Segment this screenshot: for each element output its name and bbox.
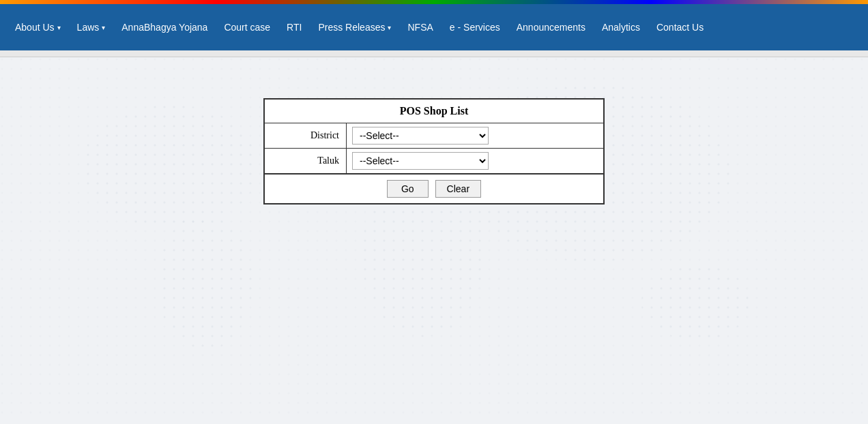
nav-item-about-us[interactable]: About Us ▾ bbox=[7, 16, 69, 38]
nav-label-about-us: About Us bbox=[15, 22, 55, 33]
nav-item-press-releases[interactable]: Press Releases ▾ bbox=[310, 16, 399, 38]
district-label: District bbox=[265, 123, 347, 148]
chevron-down-icon: ▾ bbox=[388, 24, 391, 31]
svg-point-1 bbox=[82, 105, 259, 228]
nav-item-annabhagya[interactable]: AnnaBhagya Yojana bbox=[113, 16, 216, 38]
nav-item-nfsa[interactable]: NFSA bbox=[399, 16, 441, 38]
nav-item-court-case[interactable]: Court case bbox=[216, 16, 278, 38]
nav-item-laws[interactable]: Laws ▾ bbox=[69, 16, 114, 38]
taluk-label: Taluk bbox=[265, 149, 347, 173]
nav-label-court-case: Court case bbox=[224, 22, 270, 33]
nav-label-nfsa: NFSA bbox=[407, 22, 433, 33]
nav-label-rti: RTI bbox=[287, 22, 302, 33]
svg-point-2 bbox=[157, 214, 252, 350]
nav-item-analytics[interactable]: Analytics bbox=[594, 16, 648, 38]
nav-item-contact-us[interactable]: Contact Us bbox=[648, 16, 712, 38]
nav-label-announcements: Announcements bbox=[517, 22, 585, 33]
nav-label-press-releases: Press Releases bbox=[318, 22, 385, 33]
go-button[interactable]: Go bbox=[387, 180, 429, 198]
district-field: --Select-- District 1 District 2 bbox=[347, 124, 603, 147]
clear-button[interactable]: Clear bbox=[435, 180, 481, 198]
chevron-down-icon: ▾ bbox=[57, 24, 61, 31]
form-title: POS Shop List bbox=[265, 100, 603, 123]
nav-item-announcements[interactable]: Announcements bbox=[508, 16, 594, 38]
district-select[interactable]: --Select-- District 1 District 2 bbox=[352, 127, 489, 145]
main-nav: About Us ▾ Laws ▾ AnnaBhagya Yojana Cour… bbox=[0, 4, 868, 50]
nav-item-e-services[interactable]: e - Services bbox=[442, 16, 508, 38]
nav-item-rti[interactable]: RTI bbox=[278, 16, 310, 38]
nav-label-laws: Laws bbox=[77, 22, 100, 33]
district-row: District --Select-- District 1 District … bbox=[265, 123, 603, 149]
chevron-down-icon: ▾ bbox=[102, 24, 105, 31]
nav-label-annabhagya: AnnaBhagya Yojana bbox=[121, 22, 207, 33]
form-buttons: Go Clear bbox=[265, 174, 603, 203]
sub-bar bbox=[0, 50, 868, 57]
nav-label-e-services: e - Services bbox=[450, 22, 500, 33]
taluk-row: Taluk --Select-- Taluk 1 Taluk 2 bbox=[265, 149, 603, 174]
taluk-field: --Select-- Taluk 1 Taluk 2 bbox=[347, 149, 603, 172]
pos-shop-list-form: POS Shop List District --Select-- Distri… bbox=[263, 98, 605, 205]
nav-label-analytics: Analytics bbox=[602, 22, 640, 33]
nav-label-contact-us: Contact Us bbox=[656, 22, 704, 33]
taluk-select[interactable]: --Select-- Taluk 1 Taluk 2 bbox=[352, 152, 489, 170]
main-content: POS Shop List District --Select-- Distri… bbox=[0, 57, 868, 419]
svg-point-6 bbox=[641, 265, 751, 340]
